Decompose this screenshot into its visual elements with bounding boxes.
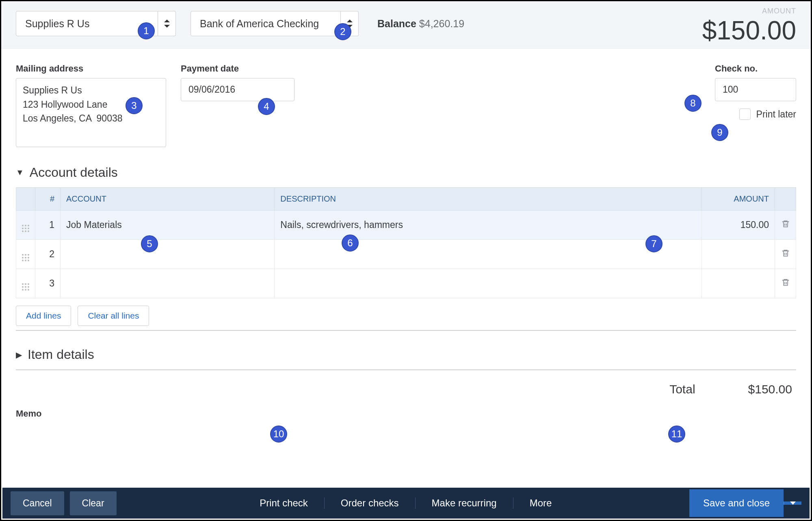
check-no-label: Check no.: [715, 63, 796, 74]
order-checks-link[interactable]: Order checks: [325, 497, 416, 509]
mailing-address-label: Mailing address: [16, 63, 166, 74]
row-account[interactable]: [61, 240, 275, 269]
account-details-title: Account details: [30, 165, 118, 180]
memo-label: Memo: [16, 408, 796, 419]
header-bar: Supplies R Us Bank of America Checking B…: [1, 1, 811, 49]
annotation-badge-3: 3: [126, 97, 143, 114]
drag-handle-icon[interactable]: [16, 269, 35, 298]
amount-block: AMOUNT $150.00: [702, 7, 796, 46]
delete-row-icon[interactable]: [775, 211, 796, 240]
line-buttons: Add lines Clear all lines: [16, 306, 796, 326]
save-and-close-button[interactable]: Save and close: [689, 489, 784, 517]
row-num: 3: [35, 269, 61, 298]
divider: [16, 330, 796, 331]
row-num: 2: [35, 240, 61, 269]
row-description[interactable]: Nails, screwdrivers, hammers: [275, 211, 702, 240]
annotation-badge-7: 7: [645, 235, 663, 252]
payee-dropdown-btn[interactable]: [158, 11, 176, 36]
item-details-title: Item details: [28, 347, 94, 362]
add-lines-button[interactable]: Add lines: [16, 306, 71, 326]
row-amount[interactable]: [702, 240, 775, 269]
row-description[interactable]: [275, 269, 702, 298]
bank-account-input[interactable]: Bank of America Checking: [191, 11, 341, 36]
item-details-header[interactable]: ▶ Item details: [16, 347, 796, 362]
delete-row-icon[interactable]: [775, 269, 796, 298]
total-label: Total: [669, 382, 695, 396]
annotation-badge-4: 4: [258, 98, 275, 115]
row-account[interactable]: [61, 269, 275, 298]
total-row: Total $150.00: [16, 370, 796, 408]
row-amount[interactable]: 150.00: [702, 211, 775, 240]
annotation-badge-10: 10: [270, 425, 287, 443]
make-recurring-link[interactable]: Make recurring: [416, 497, 513, 509]
payment-date-input[interactable]: [181, 78, 294, 101]
balance-label: Balance: [377, 18, 416, 29]
footer-bar: Cancel Clear Print check Order checks Ma…: [2, 488, 810, 519]
total-value: $150.00: [748, 382, 792, 396]
payment-date-col: Payment date: [181, 63, 294, 149]
annotation-badge-5: 5: [141, 235, 158, 252]
print-later-label: Print later: [756, 109, 796, 120]
annotation-badge-9: 9: [711, 124, 728, 141]
col-description[interactable]: DESCRIPTION: [275, 188, 702, 211]
check-no-input[interactable]: [715, 78, 796, 101]
footer-center: Print check Order checks Make recurring …: [122, 497, 689, 509]
payee-input[interactable]: Supplies R Us: [16, 11, 158, 36]
table-row[interactable]: 3: [16, 269, 796, 298]
more-link[interactable]: More: [513, 497, 568, 509]
drag-handle-icon[interactable]: [16, 211, 35, 240]
col-amount[interactable]: AMOUNT: [702, 188, 775, 211]
col-account[interactable]: ACCOUNT: [61, 188, 275, 211]
save-dropdown-button[interactable]: [784, 501, 801, 505]
annotation-badge-6: 6: [342, 234, 359, 252]
print-later-checkbox[interactable]: [739, 109, 751, 120]
drag-handle-icon[interactable]: [16, 240, 35, 269]
sort-icon: [164, 20, 170, 28]
caret-down-icon: ▼: [16, 168, 24, 177]
mailing-address-col: Mailing address Supplies R Us 123 Hollyw…: [16, 63, 166, 149]
print-later-row: Print later: [715, 109, 796, 120]
row-description[interactable]: [275, 240, 702, 269]
amount-value: $150.00: [702, 15, 796, 46]
annotation-badge-2: 2: [334, 23, 351, 40]
annotation-badge-1: 1: [138, 22, 155, 39]
col-delete: [775, 188, 796, 211]
balance-value: $4,260.19: [419, 18, 464, 29]
bank-account-field: Bank of America Checking: [191, 11, 359, 36]
annotation-badge-8: 8: [684, 95, 702, 112]
clear-button[interactable]: Clear: [70, 491, 117, 515]
payment-date-label: Payment date: [181, 63, 294, 74]
row-account[interactable]: Job Materials: [61, 211, 275, 240]
account-details-table: # ACCOUNT DESCRIPTION AMOUNT 1Job Materi…: [16, 187, 796, 298]
clear-lines-button[interactable]: Clear all lines: [78, 306, 149, 326]
row-amount[interactable]: [702, 269, 775, 298]
amount-label: AMOUNT: [702, 7, 796, 15]
account-details-header[interactable]: ▼ Account details: [16, 165, 796, 180]
balance-display: Balance $4,260.19: [377, 18, 464, 30]
delete-row-icon[interactable]: [775, 240, 796, 269]
print-check-link[interactable]: Print check: [243, 497, 325, 509]
table-row[interactable]: 1Job MaterialsNails, screwdrivers, hamme…: [16, 211, 796, 240]
row-num: 1: [35, 211, 61, 240]
col-drag: [16, 188, 35, 211]
col-num: #: [35, 188, 61, 211]
mailing-address-input[interactable]: Supplies R Us 123 Hollywood Lane Los Ang…: [16, 78, 166, 147]
annotation-badge-11: 11: [668, 425, 685, 443]
cancel-button[interactable]: Cancel: [11, 491, 64, 515]
table-row[interactable]: 2: [16, 240, 796, 269]
caret-right-icon: ▶: [16, 350, 22, 360]
